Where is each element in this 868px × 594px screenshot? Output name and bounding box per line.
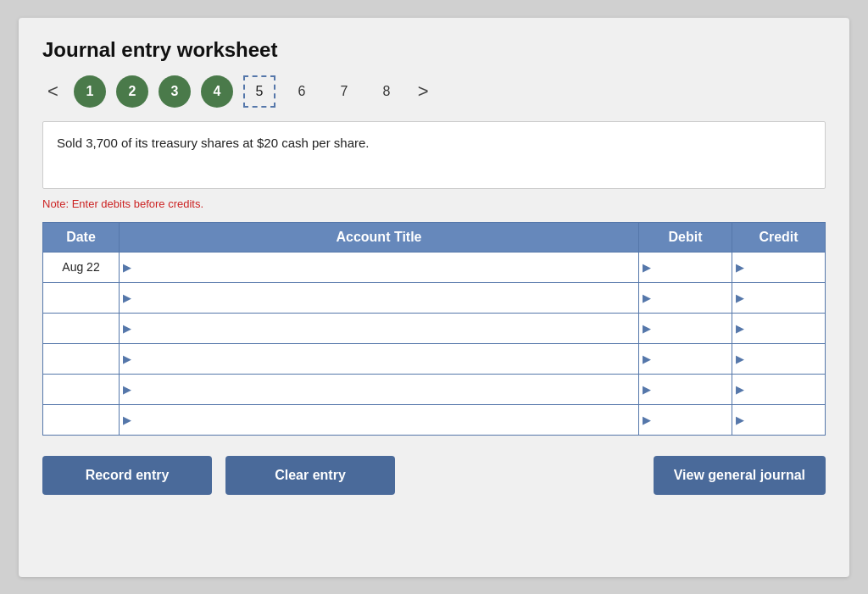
debit-cell-2[interactable]: ▶ — [639, 313, 732, 343]
debit-input-1[interactable] — [639, 283, 732, 313]
col-header-credit: Credit — [732, 222, 826, 252]
col-header-date: Date — [43, 222, 120, 252]
navigation-row: < 1 2 3 4 5 6 7 8 > — [42, 75, 826, 108]
date-cell-3 — [43, 343, 120, 374]
table-row: ▶▶▶ — [43, 313, 826, 343]
nav-item-4[interactable]: 4 — [201, 75, 233, 108]
account-cell-4[interactable]: ▶ — [120, 374, 639, 404]
credit-input-4[interactable] — [732, 375, 825, 404]
table-row: ▶▶▶ — [43, 282, 826, 313]
credit-cell-1[interactable]: ▶ — [732, 282, 826, 313]
account-cell-0[interactable]: ▶ — [120, 252, 639, 282]
credit-arrow-icon-0: ▶ — [736, 261, 744, 274]
date-cell-2 — [43, 313, 120, 343]
credit-cell-2[interactable]: ▶ — [732, 313, 826, 343]
nav-item-1[interactable]: 1 — [74, 75, 106, 108]
account-arrow-icon-1: ▶ — [123, 291, 131, 304]
account-cell-2[interactable]: ▶ — [120, 313, 639, 343]
account-input-4[interactable] — [120, 375, 638, 404]
debit-input-5[interactable] — [639, 405, 732, 435]
journal-entry-worksheet: Journal entry worksheet < 1 2 3 4 5 6 7 … — [19, 18, 849, 577]
credit-arrow-icon-5: ▶ — [736, 414, 744, 426]
note-text: Note: Enter debits before credits. — [42, 197, 826, 210]
credit-cell-5[interactable]: ▶ — [732, 404, 826, 435]
nav-item-7[interactable]: 7 — [328, 75, 360, 108]
prev-arrow[interactable]: < — [42, 79, 64, 104]
col-header-account: Account Title — [120, 222, 639, 252]
debit-arrow-icon-1: ▶ — [643, 291, 651, 304]
nav-item-5-active[interactable]: 5 — [243, 75, 275, 108]
nav-item-8[interactable]: 8 — [370, 75, 403, 108]
credit-input-3[interactable] — [732, 344, 825, 374]
debit-input-2[interactable] — [639, 314, 732, 343]
credit-input-1[interactable] — [732, 283, 825, 313]
table-row: ▶▶▶ — [43, 404, 826, 435]
table-row: ▶▶▶ — [43, 374, 826, 404]
account-arrow-icon-0: ▶ — [123, 261, 131, 274]
debit-input-0[interactable] — [639, 253, 732, 282]
next-arrow[interactable]: > — [413, 79, 434, 104]
debit-input-4[interactable] — [639, 375, 732, 404]
credit-input-2[interactable] — [732, 314, 825, 343]
credit-cell-3[interactable]: ▶ — [732, 343, 826, 374]
account-cell-3[interactable]: ▶ — [120, 343, 639, 374]
nav-item-3[interactable]: 3 — [159, 75, 191, 108]
account-arrow-icon-2: ▶ — [123, 322, 131, 335]
account-arrow-icon-4: ▶ — [123, 383, 131, 396]
debit-arrow-icon-2: ▶ — [643, 322, 651, 335]
account-arrow-icon-5: ▶ — [123, 414, 131, 426]
debit-arrow-icon-5: ▶ — [643, 414, 651, 426]
description-box: Sold 3,700 of its treasury shares at $20… — [42, 121, 826, 189]
debit-cell-3[interactable]: ▶ — [639, 343, 732, 374]
debit-cell-4[interactable]: ▶ — [639, 374, 732, 404]
col-header-debit: Debit — [639, 222, 732, 252]
credit-arrow-icon-3: ▶ — [736, 353, 744, 365]
page-title: Journal entry worksheet — [42, 38, 826, 62]
date-cell-4 — [43, 374, 120, 404]
account-input-1[interactable] — [120, 283, 638, 313]
date-cell-5 — [43, 404, 120, 435]
account-input-0[interactable] — [120, 253, 638, 282]
record-entry-button[interactable]: Record entry — [42, 456, 212, 495]
debit-cell-1[interactable]: ▶ — [639, 282, 732, 313]
account-input-5[interactable] — [120, 405, 638, 435]
table-row: ▶▶▶ — [43, 343, 826, 374]
debit-cell-0[interactable]: ▶ — [639, 252, 732, 282]
debit-cell-5[interactable]: ▶ — [639, 404, 732, 435]
credit-cell-0[interactable]: ▶ — [732, 252, 826, 282]
nav-item-2[interactable]: 2 — [116, 75, 148, 108]
debit-arrow-icon-3: ▶ — [643, 353, 651, 365]
buttons-row: Record entry Clear entry View general jo… — [42, 456, 826, 495]
clear-entry-button[interactable]: Clear entry — [225, 456, 395, 495]
debit-arrow-icon-4: ▶ — [643, 383, 651, 396]
nav-item-6[interactable]: 6 — [286, 75, 318, 108]
credit-arrow-icon-4: ▶ — [736, 383, 744, 396]
account-cell-1[interactable]: ▶ — [120, 282, 639, 313]
account-cell-5[interactable]: ▶ — [120, 404, 639, 435]
credit-cell-4[interactable]: ▶ — [732, 374, 826, 404]
account-arrow-icon-3: ▶ — [123, 353, 131, 365]
date-cell-1 — [43, 282, 120, 313]
credit-arrow-icon-1: ▶ — [736, 291, 744, 304]
credit-input-5[interactable] — [732, 405, 825, 435]
date-cell-0: Aug 22 — [43, 252, 120, 282]
table-row: Aug 22▶▶▶ — [43, 252, 826, 282]
credit-input-0[interactable] — [732, 253, 825, 282]
debit-arrow-icon-0: ▶ — [643, 261, 651, 274]
debit-input-3[interactable] — [639, 344, 732, 374]
account-input-3[interactable] — [120, 344, 638, 374]
account-input-2[interactable] — [120, 314, 638, 343]
journal-table: Date Account Title Debit Credit Aug 22▶▶… — [42, 222, 826, 436]
view-general-journal-button[interactable]: View general journal — [654, 456, 826, 495]
credit-arrow-icon-2: ▶ — [736, 322, 744, 335]
